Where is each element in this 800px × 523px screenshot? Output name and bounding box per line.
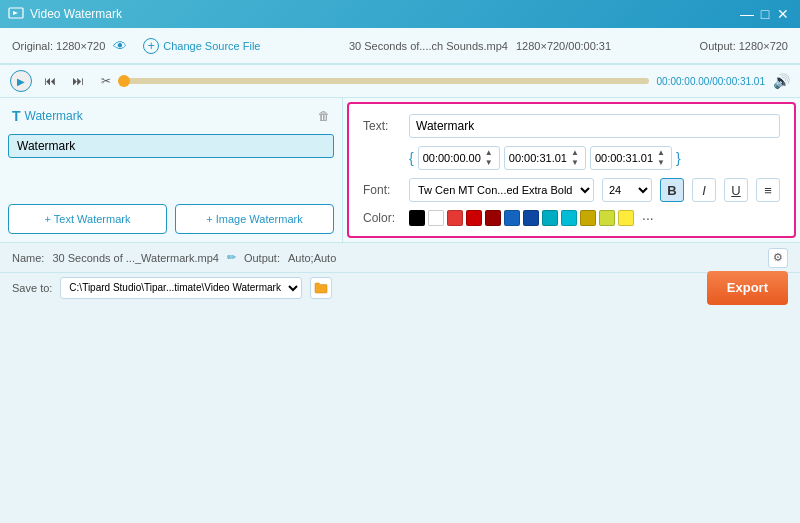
- save-path-select[interactable]: C:\Tipard Studio\Tipar...timate\Video Wa…: [60, 277, 302, 299]
- time-dur-down[interactable]: ▼: [655, 158, 667, 168]
- color-swatch-dark-red[interactable]: [447, 210, 463, 226]
- output-value: Auto;Auto: [288, 252, 336, 264]
- time-start-up[interactable]: ▲: [483, 148, 495, 158]
- close-button[interactable]: ✕: [774, 5, 792, 23]
- time-duration-value: 00:00:31.01: [595, 152, 653, 164]
- top-bar: Original: 1280×720 👁 + Change Source Fil…: [0, 28, 800, 64]
- file-name: 30 Seconds of....ch Sounds.mp4: [349, 40, 508, 52]
- time-start-value: 00:00:00.00: [423, 152, 481, 164]
- time-end-value: 00:00:31.01: [509, 152, 567, 164]
- output-label: Output:: [244, 252, 280, 264]
- color-swatch-white[interactable]: [428, 210, 444, 226]
- time-group: { 00:00:00.00 ▲ ▼ 00:00:31.01 ▲ ▼: [409, 146, 681, 170]
- file-resolution-time: 1280×720/00:00:31: [516, 40, 611, 52]
- color-swatch-lime[interactable]: [599, 210, 615, 226]
- maximize-button[interactable]: □: [756, 5, 774, 23]
- plus-icon: +: [143, 38, 159, 54]
- playback-bar: ▶ ⏮ ⏭ ✂ 00:00:00.00/00:00:31.01 🔊: [0, 64, 800, 98]
- color-swatch-navy[interactable]: [523, 210, 539, 226]
- color-swatch-black[interactable]: [409, 210, 425, 226]
- text-label: Text:: [363, 119, 401, 133]
- time-duration-input[interactable]: 00:00:31.01 ▲ ▼: [590, 146, 672, 170]
- watermark-list-header: T Watermark 🗑: [8, 106, 334, 126]
- more-colors-button[interactable]: ···: [642, 210, 654, 226]
- color-swatches: [409, 210, 634, 226]
- color-label: Color:: [363, 211, 401, 225]
- time-start-input[interactable]: 00:00:00.00 ▲ ▼: [418, 146, 500, 170]
- italic-button[interactable]: I: [692, 178, 716, 202]
- file-name-value: 30 Seconds of ..._Watermark.mp4: [52, 252, 219, 264]
- svg-marker-1: [13, 11, 18, 15]
- text-type-icon: T: [12, 108, 21, 124]
- save-to-label: Save to:: [12, 282, 52, 294]
- add-image-watermark-button[interactable]: + Image Watermark: [175, 204, 334, 234]
- time-start-down[interactable]: ▼: [483, 158, 495, 168]
- progress-track[interactable]: [124, 78, 649, 84]
- bottom-section: T Watermark 🗑 Watermark + Text Watermark…: [0, 98, 800, 242]
- volume-icon[interactable]: 🔊: [773, 73, 790, 89]
- text-input[interactable]: [409, 114, 780, 138]
- watermark-item-label: Watermark: [17, 139, 75, 153]
- save-bar: Save to: C:\Tipard Studio\Tipar...timate…: [0, 272, 800, 302]
- time-row: { 00:00:00.00 ▲ ▼ 00:00:31.01 ▲ ▼: [363, 146, 780, 170]
- color-swatch-yellow[interactable]: [618, 210, 634, 226]
- time-end-up[interactable]: ▲: [569, 148, 581, 158]
- cut-button[interactable]: ✂: [96, 71, 116, 91]
- color-row: Color: ···: [363, 210, 780, 226]
- folder-icon: [314, 282, 328, 294]
- watermark-settings-panel: Text: { 00:00:00.00 ▲ ▼ 00:00:31.01 ▲: [347, 102, 796, 238]
- skip-back-button[interactable]: ⏮: [40, 71, 60, 91]
- skip-fwd-button[interactable]: ⏭: [68, 71, 88, 91]
- settings-button[interactable]: ⚙: [768, 248, 788, 268]
- color-swatch-light-cyan[interactable]: [561, 210, 577, 226]
- time-end-bracket[interactable]: }: [676, 150, 681, 166]
- browse-folder-button[interactable]: [310, 277, 332, 299]
- play-button[interactable]: ▶: [10, 70, 32, 92]
- color-swatch-dark-red2[interactable]: [485, 210, 501, 226]
- output-resolution: Output: 1280×720: [700, 40, 788, 52]
- time-start-bracket[interactable]: {: [409, 150, 414, 166]
- text-row: Text:: [363, 114, 780, 138]
- title-bar: Video Watermark — □ ✕: [0, 0, 800, 28]
- color-swatch-red[interactable]: [466, 210, 482, 226]
- color-swatch-gold[interactable]: [580, 210, 596, 226]
- eye-icon[interactable]: 👁: [113, 38, 127, 54]
- watermark-header-label: Watermark: [25, 109, 83, 123]
- original-resolution: Original: 1280×720: [12, 40, 105, 52]
- color-swatch-cyan[interactable]: [542, 210, 558, 226]
- delete-watermark-icon[interactable]: 🗑: [318, 109, 330, 123]
- change-source-button[interactable]: + Change Source File: [143, 38, 260, 54]
- time-end-down[interactable]: ▼: [569, 158, 581, 168]
- name-label: Name:: [12, 252, 44, 264]
- align-button[interactable]: ≡: [756, 178, 780, 202]
- time-display: 00:00:00.00/00:00:31.01: [657, 76, 765, 87]
- watermark-buttons: + Text Watermark + Image Watermark: [8, 200, 334, 234]
- font-row: Font: Tw Cen MT Con...ed Extra Bold 24 B…: [363, 178, 780, 202]
- edit-name-icon[interactable]: ✏: [227, 251, 236, 264]
- underline-button[interactable]: U: [724, 178, 748, 202]
- watermark-list-panel: T Watermark 🗑 Watermark + Text Watermark…: [0, 98, 343, 242]
- size-select[interactable]: 24: [602, 178, 652, 202]
- title-bar-title: Video Watermark: [30, 7, 122, 21]
- time-end-input[interactable]: 00:00:31.01 ▲ ▼: [504, 146, 586, 170]
- font-select[interactable]: Tw Cen MT Con...ed Extra Bold: [409, 178, 594, 202]
- app-icon: [8, 6, 24, 22]
- font-label: Font:: [363, 183, 401, 197]
- watermark-list-item[interactable]: Watermark: [8, 134, 334, 158]
- export-button[interactable]: Export: [707, 271, 788, 305]
- minimize-button[interactable]: —: [738, 5, 756, 23]
- bottom-info-bar: Name: 30 Seconds of ..._Watermark.mp4 ✏ …: [0, 242, 800, 272]
- color-swatch-dark-blue[interactable]: [504, 210, 520, 226]
- time-dur-up[interactable]: ▲: [655, 148, 667, 158]
- add-text-watermark-button[interactable]: + Text Watermark: [8, 204, 167, 234]
- bold-button[interactable]: B: [660, 178, 684, 202]
